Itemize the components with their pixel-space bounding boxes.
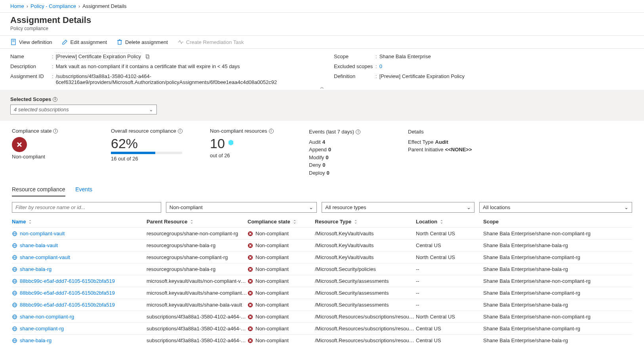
- selected-scopes-label: Selected Scopes: [10, 96, 51, 102]
- noncompliant-icon: [248, 278, 253, 284]
- parent-resource-cell: subscriptions/4f3a88a1-3580-4102-a464-6c…: [147, 337, 248, 343]
- parent-resource-cell: resourcegroups/shane-bala-rg: [147, 266, 248, 272]
- event-deny-label: Deny: [309, 162, 321, 168]
- chevron-down-icon: ⌄: [467, 204, 471, 210]
- table-row: shane-non-compliant-rg subscriptions/4f3…: [12, 311, 632, 323]
- filter-type-select[interactable]: All resource types ⌄: [322, 202, 474, 213]
- table-row: 88bbc99c-e5af-ddd7-6105-6150b2bfa519 mic…: [12, 287, 632, 299]
- compliance-state-cell: Non-compliant: [255, 254, 289, 260]
- tab-resource-compliance[interactable]: Resource compliance: [12, 183, 65, 196]
- compliance-state-cell: Non-compliant: [255, 278, 289, 284]
- filter-location-select[interactable]: All locations ⌄: [479, 202, 632, 213]
- info-icon[interactable]: i: [53, 129, 58, 133]
- info-icon[interactable]: i: [53, 97, 57, 102]
- resource-icon: [12, 338, 17, 343]
- scope-cell: Shane Bala Enterprise/shane-compliant-rg: [483, 290, 594, 296]
- events-title: Events (last 7 days): [309, 128, 354, 136]
- scope-cell: Shane Bala Enterprise/shane-compliant-rg: [483, 326, 594, 332]
- col-compliance[interactable]: Compliance state: [248, 219, 315, 225]
- document-icon: [10, 39, 17, 45]
- copy-icon[interactable]: [145, 54, 150, 59]
- stats-row: Compliance state i Non-compliant Overall…: [0, 121, 644, 179]
- sort-icon: [354, 220, 358, 224]
- sort-icon: [440, 220, 444, 224]
- table-row: 88bbc99c-e5af-ddd7-6105-6150b2bfa519 mic…: [12, 299, 632, 311]
- location-cell: --: [416, 278, 483, 284]
- delete-assignment-button[interactable]: Delete assignment: [116, 39, 168, 45]
- chevron-down-icon: ⌄: [624, 204, 629, 210]
- info-icon[interactable]: i: [178, 129, 183, 133]
- resource-name-link[interactable]: shane-compliant-rg: [20, 326, 64, 332]
- resource-icon: [12, 255, 17, 260]
- resource-name-link[interactable]: shane-bala-vault: [20, 242, 58, 248]
- col-location[interactable]: Location: [416, 219, 483, 225]
- noncompliant-icon: [248, 255, 253, 260]
- resource-name-link[interactable]: shane-compliant-vault: [20, 254, 70, 260]
- event-deny-value: 0: [322, 162, 325, 168]
- scope-cell: Shane Bala Enterprise/shane-non-complian…: [483, 314, 594, 320]
- table-row: shane-bala-rg subscriptions/4f3a88a1-358…: [12, 335, 632, 345]
- info-icon[interactable]: i: [356, 130, 360, 134]
- noncompliant-icon: [248, 338, 253, 343]
- overall-compliance-title: Overall resource compliance: [111, 128, 176, 134]
- progress-bar: [111, 152, 182, 154]
- breadcrumb-home[interactable]: Home: [10, 3, 24, 9]
- filter-compliance-select[interactable]: Non-compliant ⌄: [166, 202, 317, 213]
- scope-cell: Shane Bala Enterprise/shane-bala-rg: [483, 302, 594, 308]
- col-type[interactable]: Resource Type: [315, 219, 416, 225]
- info-icon[interactable]: i: [269, 129, 274, 133]
- resource-type-cell: /Microsoft.Security/policies: [315, 266, 416, 272]
- non-compliant-icon: [12, 137, 27, 152]
- resource-icon: [12, 290, 17, 296]
- excluded-scopes-value[interactable]: 0: [379, 63, 382, 69]
- noncompliant-icon: [248, 314, 253, 320]
- resource-name-link[interactable]: 88bbc99c-e5af-ddd7-6105-6150b2bfa519: [20, 290, 115, 296]
- resource-name-link[interactable]: 88bbc99c-e5af-ddd7-6105-6150b2bfa519: [20, 278, 115, 284]
- name-value[interactable]: [Preview] Certificate Expiration Policy: [56, 53, 141, 60]
- location-cell: Central US: [416, 337, 483, 343]
- scope-cell: Shane Bala Enterprise/shane-non-complian…: [483, 231, 594, 236]
- edit-assignment-button[interactable]: Edit assignment: [62, 39, 107, 45]
- resource-name-link[interactable]: shane-bala-rg: [20, 266, 51, 272]
- breadcrumb-policy[interactable]: Policy - Compliance: [30, 3, 76, 9]
- filter-name-input[interactable]: [12, 202, 161, 213]
- resource-name-link[interactable]: shane-non-compliant-rg: [20, 314, 74, 320]
- excluded-scopes-label: Excluded scopes: [334, 63, 375, 69]
- resource-name-link[interactable]: non-compliant-vault: [20, 231, 65, 236]
- svg-rect-0: [11, 39, 15, 45]
- pencil-icon: [62, 39, 68, 45]
- resource-icon: [12, 267, 17, 272]
- parent-resource-cell: subscriptions/4f3a88a1-3580-4102-a464-6c…: [147, 326, 248, 332]
- details-title: Details: [408, 128, 424, 136]
- svg-rect-6: [147, 55, 149, 59]
- noncompliant-icon: [248, 302, 253, 308]
- overall-compliance-sub: 16 out of 26: [111, 156, 210, 162]
- location-cell: --: [416, 266, 483, 272]
- event-modify-label: Modify: [309, 154, 324, 160]
- cube-icon: [228, 139, 234, 146]
- view-definition-button[interactable]: View definition: [10, 39, 52, 45]
- sort-icon: [190, 220, 194, 224]
- tab-events[interactable]: Events: [75, 183, 92, 196]
- compliance-state-cell: Non-compliant: [255, 302, 289, 308]
- resource-name-link[interactable]: 88bbc99c-e5af-ddd7-6105-6150b2bfa519: [20, 302, 115, 308]
- compliance-state-cell: Non-compliant: [255, 242, 289, 248]
- resource-icon: [12, 243, 17, 248]
- sort-icon: [28, 220, 32, 224]
- col-scope: Scope: [483, 219, 594, 225]
- col-parent[interactable]: Parent Resource: [147, 219, 248, 225]
- col-name[interactable]: Name: [12, 219, 147, 225]
- resource-name-link[interactable]: shane-bala-rg: [20, 337, 51, 343]
- resource-type-cell: /Microsoft.Resources/subscriptions/resou…: [315, 337, 416, 343]
- location-cell: --: [416, 302, 483, 308]
- noncompliant-icon: [248, 267, 253, 272]
- resource-type-cell: /Microsoft.KeyVault/vaults: [315, 231, 416, 236]
- noncompliant-icon: [248, 231, 253, 236]
- event-deploy-value: 0: [326, 170, 329, 176]
- event-modify-value: 0: [326, 154, 328, 160]
- selected-scopes-dropdown[interactable]: 4 selected subscriptions ⌄: [10, 105, 157, 114]
- collapse-chevron-icon[interactable]: ︽: [316, 84, 328, 90]
- event-append-label: Append: [309, 147, 327, 152]
- scope-value: Shane Bala Enterprise: [379, 53, 431, 59]
- description-value: Mark vault as non-compliant if it contai…: [56, 63, 240, 69]
